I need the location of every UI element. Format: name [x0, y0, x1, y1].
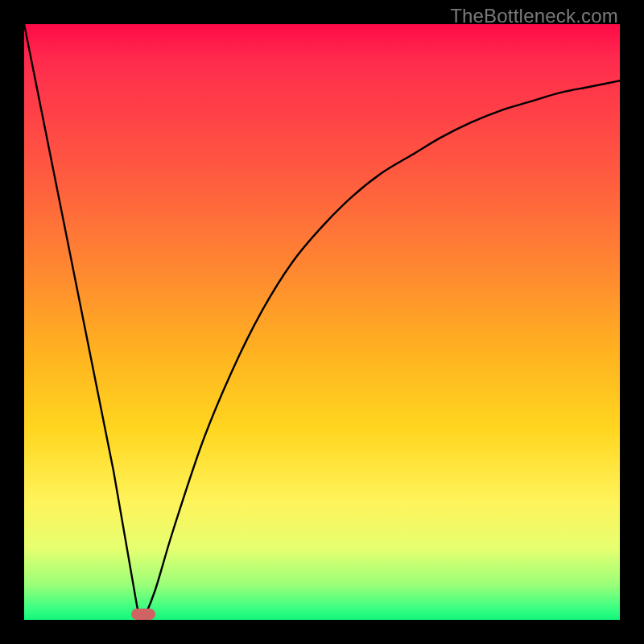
- curve-left-branch: [24, 24, 143, 620]
- curve-right-branch: [143, 80, 620, 620]
- curve-svg: [24, 24, 620, 620]
- chart-frame: TheBottleneck.com: [0, 0, 644, 644]
- plot-area: [24, 24, 620, 620]
- minimum-marker: [131, 609, 155, 620]
